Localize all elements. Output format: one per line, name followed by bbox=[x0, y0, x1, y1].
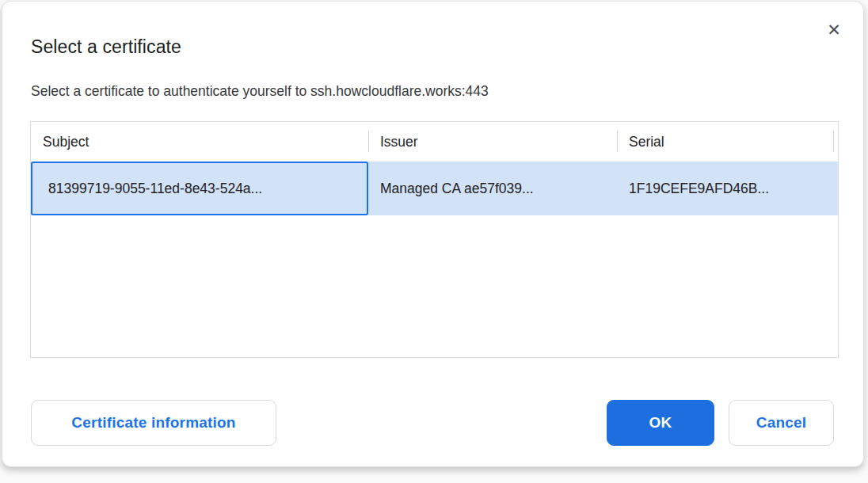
certificate-information-button[interactable]: Certificate information bbox=[31, 400, 276, 446]
ok-button[interactable]: OK bbox=[607, 400, 714, 446]
dialog-action-buttons: OK Cancel bbox=[607, 400, 834, 446]
cell-subject[interactable]: 81399719-9055-11ed-8e43-524a... bbox=[31, 162, 368, 215]
header-gutter-divider bbox=[833, 131, 834, 152]
table-header: Subject Issuer Serial bbox=[31, 122, 838, 162]
cell-serial[interactable]: 1F19CEFE9AFD46B... bbox=[617, 162, 838, 215]
column-header-subject: Subject bbox=[31, 122, 368, 162]
cell-issuer[interactable]: Managed CA ae57f039... bbox=[368, 162, 617, 215]
cancel-button[interactable]: Cancel bbox=[729, 400, 834, 446]
button-bar: Certificate information OK Cancel bbox=[31, 400, 834, 446]
dialog-title: Select a certificate bbox=[31, 36, 181, 58]
certificate-select-dialog: ✕ Select a certificate Select a certific… bbox=[2, 1, 864, 467]
column-header-issuer: Issuer bbox=[368, 122, 617, 162]
certificate-row[interactable]: 81399719-9055-11ed-8e43-524a... Managed … bbox=[31, 162, 838, 215]
certificate-table: Subject Issuer Serial 81399719-9055-11ed… bbox=[30, 121, 839, 358]
close-icon[interactable]: ✕ bbox=[824, 19, 844, 40]
column-header-serial: Serial bbox=[617, 122, 838, 162]
dialog-subtitle: Select a certificate to authenticate you… bbox=[31, 83, 489, 100]
